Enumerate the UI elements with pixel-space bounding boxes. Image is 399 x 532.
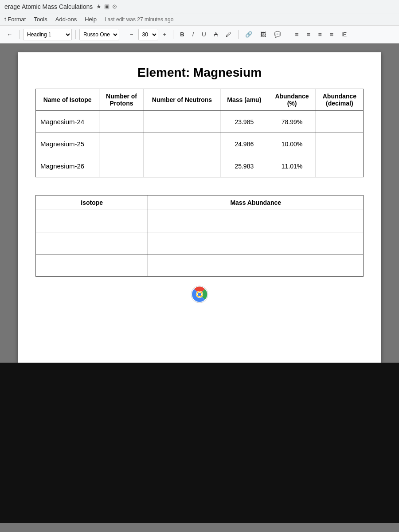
abundance-dec-1[interactable]: [316, 111, 363, 133]
neutrons-2[interactable]: [144, 133, 220, 155]
neutrons-1[interactable]: [144, 111, 220, 133]
dark-bottom-area: [0, 363, 399, 523]
decrease-font-button[interactable]: −: [127, 29, 137, 40]
abundance-dec-3[interactable]: [316, 155, 363, 177]
toolbar-separator-2: [75, 30, 76, 39]
last-edit-label: Last edit was 27 minutes ago: [105, 16, 173, 23]
abundance-dec-2[interactable]: [316, 133, 363, 155]
col-header-protons: Number ofProtons: [99, 89, 144, 111]
toolbar-separator-4: [173, 30, 173, 39]
menu-item-help[interactable]: Help: [85, 16, 97, 23]
mass-2: 24.986: [220, 133, 268, 155]
menu-item-tools[interactable]: Tools: [34, 16, 47, 23]
chrome-icon-area: [35, 286, 364, 303]
isotope-name-3: Magnesium-26: [36, 155, 99, 177]
document-area: Element: Magnesium Name of Isotope Numbe…: [0, 43, 399, 532]
abundance-pct-3: 11.01%: [268, 155, 316, 177]
screen-icon[interactable]: ▣: [104, 3, 110, 10]
toolbar-separator-1: [19, 30, 20, 39]
image-button[interactable]: 🖼: [257, 29, 269, 40]
protons-3[interactable]: [99, 155, 144, 177]
increase-font-button[interactable]: +: [160, 29, 170, 40]
page-heading: Element: Magnesium: [35, 66, 364, 80]
document-title: erage Atomic Mass Calculations: [4, 3, 93, 10]
font-family-select[interactable]: Russo One: [79, 29, 119, 40]
col-header-neutrons: Number of Neutrons: [144, 89, 220, 111]
protons-1[interactable]: [99, 111, 144, 133]
col-header-mass: Mass (amu): [220, 89, 268, 111]
comment-button[interactable]: 💬: [271, 29, 284, 40]
second-table-header-row: Isotope Mass Abundance: [36, 196, 364, 210]
mass-abundance-cell-3[interactable]: [148, 254, 364, 277]
mass-3: 25.983: [220, 155, 268, 177]
col-header-isotope-name: Name of Isotope: [36, 89, 99, 111]
font-size-select[interactable]: 30: [138, 29, 158, 40]
menu-item-addons[interactable]: Add-ons: [55, 16, 77, 23]
heading-style-select[interactable]: Heading 1: [23, 29, 72, 40]
chrome-icon: [191, 286, 208, 303]
neutrons-3[interactable]: [144, 155, 220, 177]
table-row: [36, 254, 364, 277]
align-left-button[interactable]: ≡: [292, 29, 301, 40]
abundance-pct-1: 78.99%: [268, 111, 316, 133]
col-header-abundance-pct: Abundance(%): [268, 89, 316, 111]
bold-button[interactable]: B: [177, 29, 187, 40]
col-header-abundance-dec: Abundance(decimal): [316, 89, 363, 111]
toolbar-separator-6: [288, 30, 288, 39]
table-row: Magnesium-24 23.985 78.99%: [36, 111, 364, 133]
main-isotope-table: Name of Isotope Number ofProtons Number …: [35, 89, 364, 177]
isotope-cell-1[interactable]: [36, 210, 148, 232]
cloud-icon[interactable]: ⊙: [112, 3, 117, 10]
isotope-name-2: Magnesium-25: [36, 133, 99, 155]
align-justify-button[interactable]: ≡: [327, 29, 336, 40]
underline-button[interactable]: U: [199, 29, 209, 40]
title-icons: ★ ▣ ⊙: [96, 3, 117, 10]
link-button[interactable]: 🔗: [242, 29, 255, 40]
table-header-row: Name of Isotope Number ofProtons Number …: [36, 89, 364, 111]
isotope-cell-3[interactable]: [36, 254, 148, 277]
indent-button[interactable]: IE: [338, 29, 350, 40]
col-header-mass-abundance: Mass Abundance: [148, 196, 364, 210]
toolbar: ← Heading 1 Russo One − 30 + B I U A 🖊 🔗…: [0, 26, 399, 43]
document-page: Element: Magnesium Name of Isotope Numbe…: [18, 52, 381, 363]
table-row: Magnesium-25 24.986 10.00%: [36, 133, 364, 155]
table-row: [36, 232, 364, 254]
protons-2[interactable]: [99, 133, 144, 155]
col-header-isotope: Isotope: [36, 196, 148, 210]
menu-item-format[interactable]: t Format: [4, 16, 26, 23]
align-right-button[interactable]: ≡: [315, 29, 325, 40]
mass-abundance-cell-2[interactable]: [148, 232, 364, 254]
mass-abundance-table: Isotope Mass Abundance: [35, 195, 364, 277]
align-center-button[interactable]: ≡: [303, 29, 313, 40]
mass-1: 23.985: [220, 111, 268, 133]
table-row: [36, 210, 364, 232]
table-row: Magnesium-26 25.983 11.01%: [36, 155, 364, 177]
title-bar: erage Atomic Mass Calculations ★ ▣ ⊙: [0, 0, 399, 13]
italic-button[interactable]: I: [189, 29, 197, 40]
toolbar-separator-5: [238, 30, 239, 39]
isotope-name-1: Magnesium-24: [36, 111, 99, 133]
menu-bar: t Format Tools Add-ons Help Last edit wa…: [0, 13, 399, 26]
text-color-button[interactable]: 🖊: [223, 29, 235, 40]
mass-abundance-cell-1[interactable]: [148, 210, 364, 232]
toolbar-separator-3: [123, 30, 123, 39]
abundance-pct-2: 10.00%: [268, 133, 316, 155]
back-arrow-button[interactable]: ←: [4, 29, 16, 40]
strikethrough-button[interactable]: A: [211, 29, 221, 40]
svg-point-4: [198, 293, 201, 296]
isotope-cell-2[interactable]: [36, 232, 148, 254]
star-icon[interactable]: ★: [96, 3, 102, 10]
